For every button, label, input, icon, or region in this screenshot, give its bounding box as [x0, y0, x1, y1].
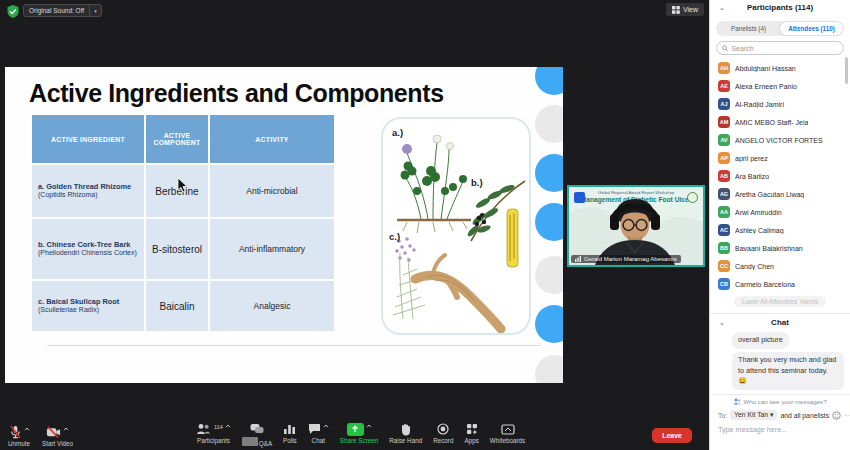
table-cell-component: Baicalin [146, 281, 208, 331]
whiteboards-button[interactable]: Whiteboards [490, 422, 525, 447]
chat-visibility-hint[interactable]: Who can see your messages? [710, 398, 850, 405]
attendee-row[interactable]: BB Bavaani Balakrishnan [710, 239, 850, 257]
record-button[interactable]: Record [433, 422, 453, 447]
attendee-name: Bavaani Balakrishnan [735, 245, 803, 252]
visibility-hint-text: Who can see your messages? [743, 398, 826, 405]
figure-label-b: b.) [471, 177, 483, 188]
unmute-label: Unmute [8, 440, 30, 447]
chat-panel-title: Chat [710, 318, 850, 327]
raise-hand-icon [400, 423, 411, 436]
attendee-avatar: AV [718, 134, 730, 146]
view-grid-icon [672, 6, 680, 14]
attendee-row[interactable]: AJ Al-Radjid Jamiri [710, 95, 850, 113]
emoji-picker-icon[interactable] [832, 411, 841, 420]
attendee-name: Ashley Calimag [735, 227, 784, 234]
attendee-name: Arwi Amiruddin [735, 209, 782, 216]
more-options-icon[interactable]: ··· [844, 411, 850, 420]
attendee-row[interactable]: AM AMIC MEBO Staff- Jeia [710, 113, 850, 131]
lower-all-hands-button[interactable]: Lower All Attendees' Hands [734, 296, 826, 307]
apps-button[interactable]: Apps [464, 422, 478, 447]
attendee-name: Aretha Gacutan Liwag [735, 191, 804, 198]
table-cell-activity: Anti-inflammatory [210, 219, 334, 279]
unmute-button[interactable]: Unmute [8, 425, 30, 447]
attendee-row[interactable]: AV ANGELO VICTOR FORTES [710, 131, 850, 149]
attendee-row[interactable]: AP april perez [710, 149, 850, 167]
attendee-name: Abdulghani Hassan [735, 65, 796, 72]
qa-label-row: Q&A [242, 437, 272, 447]
original-sound-toggle[interactable]: Original Sound: Off ▾ [23, 4, 102, 17]
participants-label: Participants [197, 437, 230, 444]
attendee-avatar: AE [718, 80, 730, 92]
to-label: To: [718, 412, 727, 419]
attendee-row[interactable]: AE Alexa Erneen Panio [710, 77, 850, 95]
figure-label-a: a.) [392, 127, 403, 138]
attendee-avatar: AP [718, 152, 730, 164]
attendee-name: Carmelo Barcelona [735, 281, 795, 288]
raise-hand-button[interactable]: Raise Hand [389, 422, 422, 447]
qa-button[interactable]: Q&A [242, 422, 272, 447]
attendee-list: AH Abdulghani Hassan AE Alexa Erneen Pan… [710, 59, 850, 293]
table-cell-component: B-sitosterol [146, 219, 208, 279]
slide-footer-divider [47, 345, 541, 346]
chat-button[interactable]: Chat [308, 422, 329, 447]
start-video-label: Start Video [42, 440, 73, 447]
polls-button[interactable]: Polls [283, 422, 297, 447]
participants-tabs: Panelists (4) Attendees (110) [716, 21, 844, 36]
ingredients-table: ACTIVE INGREDIENT ACTIVE COMPONENT ACTIV… [32, 115, 332, 331]
attendee-row[interactable]: CC Candy Chen [710, 257, 850, 275]
start-video-button[interactable]: Start Video [42, 425, 73, 447]
ingredient-latin: (Phellodendri Chinensis Cortex) [38, 249, 137, 258]
slide-title: Active Ingredients and Components [29, 79, 444, 108]
table-header: ACTIVITY [210, 115, 334, 163]
participants-scrollbar[interactable] [845, 57, 849, 84]
search-input[interactable] [731, 45, 838, 52]
participants-button[interactable]: 114 Participants [196, 422, 231, 447]
panel-divider [710, 313, 850, 314]
redacted-label-overlay [242, 437, 258, 446]
attendee-row[interactable]: AB Ara Barlizo [710, 167, 850, 185]
speaker-name: Gerald Marion Maramag Abesamis [584, 256, 677, 262]
tab-panelists[interactable]: Panelists (4) [717, 22, 780, 35]
attendee-name: april perez [735, 155, 768, 162]
meeting-stage: Original Sound: Off ▾ View Active Ingred… [0, 0, 709, 450]
chat-options-chevron-icon[interactable] [323, 424, 329, 428]
raise-hand-label: Raise Hand [389, 437, 422, 444]
participants-options-chevron-icon[interactable] [225, 424, 231, 428]
participants-search[interactable] [716, 41, 844, 55]
apps-icon [466, 423, 478, 435]
unmute-options-chevron-icon[interactable] [24, 427, 30, 431]
attendee-row[interactable]: AA Arwi Amiruddin [710, 203, 850, 221]
attendee-name: Alexa Erneen Panio [735, 83, 797, 90]
recipient-selector[interactable]: Yen Kit Tan ▾ [730, 410, 777, 420]
encryption-shield-icon[interactable] [7, 5, 19, 18]
table-header: ACTIVE COMPONENT [146, 115, 208, 163]
speaker-name-bar: Gerald Marion Maramag Abesamis [571, 255, 681, 263]
participants-icon [196, 423, 211, 435]
zoom-meeting-window: Original Sound: Off ▾ View Active Ingred… [0, 0, 850, 450]
attendee-row[interactable]: AH Abdulghani Hassan [710, 59, 850, 77]
share-screen-button[interactable]: Share Screen [340, 422, 379, 447]
attendee-avatar: BB [718, 242, 730, 254]
attendee-name: AMIC MEBO Staff- Jeia [735, 119, 808, 126]
leave-button[interactable]: Leave [652, 428, 692, 443]
attendee-row[interactable]: AG Aretha Gacutan Liwag [710, 185, 850, 203]
ingredient-latin: (Coptidis Rhizoma) [38, 191, 98, 200]
recipient-caret-icon: ▾ [770, 411, 773, 418]
visibility-people-icon [733, 398, 741, 405]
botanical-figure-panel: a.) b.) c.) [381, 117, 531, 335]
chat-recipient-row: To: Yen Kit Tan ▾ and all panelists ··· [718, 410, 844, 420]
video-options-chevron-icon[interactable] [63, 427, 69, 431]
view-button[interactable]: View [666, 3, 704, 16]
attendee-row[interactable]: AC Ashley Calimag [710, 221, 850, 239]
attendee-name: Ara Barlizo [735, 173, 769, 180]
share-options-chevron-icon[interactable] [366, 424, 372, 428]
speaker-video-tile[interactable]: Global Regional Award Report Workshop Ma… [567, 185, 705, 267]
qa-label: Q&A [259, 440, 272, 447]
original-sound-caret-icon[interactable]: ▾ [89, 5, 101, 16]
attendee-row[interactable]: CB Carmelo Barcelona [710, 275, 850, 293]
tab-attendees[interactable]: Attendees (110) [780, 22, 843, 35]
plant-illustrations [383, 119, 531, 335]
whiteboards-label: Whiteboards [490, 437, 525, 444]
chat-message-input[interactable] [718, 425, 838, 434]
figure-label-c: c.) [389, 231, 400, 242]
